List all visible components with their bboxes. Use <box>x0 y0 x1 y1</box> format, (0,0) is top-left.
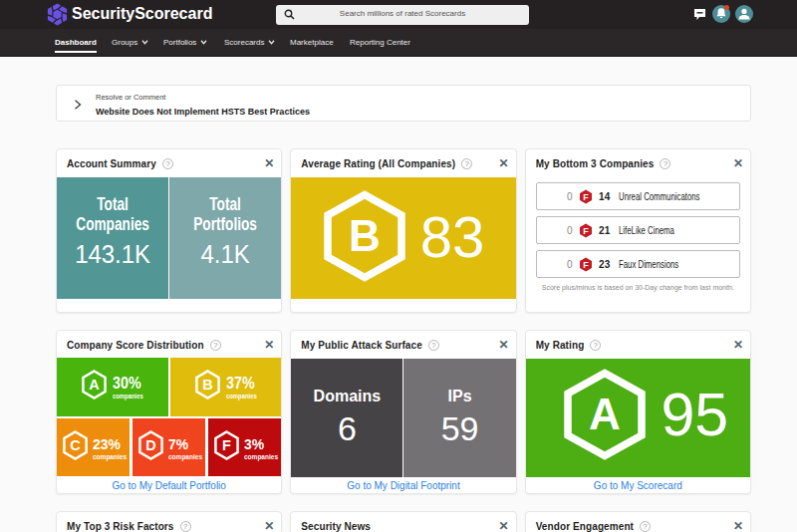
svg-text:B: B <box>349 211 381 260</box>
svg-text:A: A <box>89 377 100 393</box>
svg-text:A: A <box>590 390 622 438</box>
svg-text:F: F <box>223 437 232 453</box>
svg-text:F: F <box>583 192 589 202</box>
svg-text:B: B <box>202 377 212 393</box>
svg-text:D: D <box>146 437 156 453</box>
svg-text:F: F <box>583 226 589 236</box>
svg-text:C: C <box>71 437 82 453</box>
svg-text:F: F <box>583 260 589 270</box>
